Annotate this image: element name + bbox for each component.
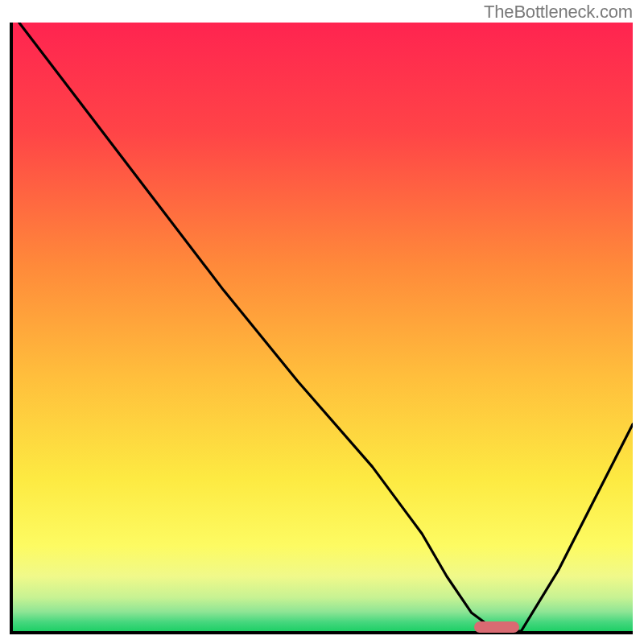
- attribution-watermark: TheBottleneck.com: [484, 2, 633, 23]
- plot-area: [10, 23, 633, 634]
- bottleneck-curve: [13, 23, 633, 631]
- optimal-range-marker: [474, 621, 519, 633]
- chart-root: TheBottleneck.com: [0, 0, 644, 644]
